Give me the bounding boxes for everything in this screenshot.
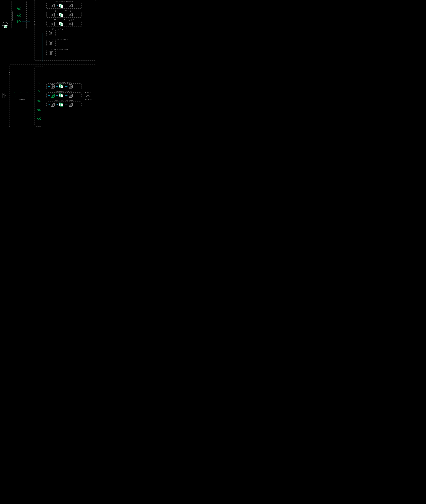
qvd-label: QVD	[61, 86, 63, 87]
cloud-asset: QlikView App CRM project2	[46, 38, 73, 46]
asset-title: Qlik Sense Asset RH project2	[46, 1, 82, 2]
qvd-label: QVD	[61, 6, 63, 7]
diagram-stage: Cloud Sources Qlik Cloud Qlik Sense Asse…	[0, 0, 98, 129]
onprem-asset: QlikView Asset Finance project1 QV QVD	[46, 100, 82, 107]
cloud-sources-label: Cloud Sources	[11, 11, 13, 21]
qvd-label: QVD	[61, 95, 63, 96]
sources-label: Sources	[34, 125, 43, 127]
asset-box: QV QVD	[46, 3, 82, 8]
cloud-asset: Qlik Sense Asset CRM project1 QV QVD	[46, 10, 82, 18]
cloud-db-white-icon	[4, 25, 7, 28]
qv-label: QV	[59, 22, 61, 23]
on-premise-label: On-Premise	[9, 68, 11, 75]
asset-box: QV QVD	[46, 83, 82, 89]
qlikview-label: QlikView	[14, 98, 31, 100]
qv-label: QV	[59, 85, 61, 86]
cloud-asset: QlikView App Finance project1	[46, 48, 73, 56]
onprem-asset: QlikView Asset CRM project2 QV QVD	[46, 91, 82, 98]
asset-box: QV QVD	[46, 21, 82, 27]
cloud-asset: Qlik Sense Asset RH project2 QV QVD	[46, 1, 82, 8]
asset-box	[46, 30, 56, 36]
distribution-icon	[85, 92, 91, 98]
cloud-db-icon	[16, 13, 21, 17]
qvd-label: QVD	[61, 15, 63, 16]
server-icon	[26, 92, 31, 97]
cloud-asset: Qlik Sense Asset Finance project2 QV QVD	[46, 19, 82, 27]
server-icon	[20, 92, 25, 97]
asset-box: QV QVD	[46, 92, 82, 98]
onprem-db-icon	[36, 98, 42, 102]
qlik-cloud-label: Qlik Cloud	[34, 19, 36, 25]
onprem-db-icon	[36, 107, 42, 111]
asset-title: QlikView Asset Finance project1	[46, 100, 82, 101]
cloud-asset: QlikView App RH project1	[46, 28, 73, 36]
asset-title: QlikView App RH project1	[46, 28, 73, 30]
distribution-label: Distribution	[84, 98, 92, 100]
onprem-db-icon	[36, 70, 42, 75]
onprem-db-icon	[36, 80, 42, 84]
asset-box: QV QVD	[46, 102, 82, 107]
asset-box	[46, 40, 56, 46]
qv-label: QV	[59, 4, 61, 5]
asset-box: QV QVD	[46, 12, 82, 18]
asset-title: QlikView Asset RH project1	[46, 82, 82, 83]
qvd-label: QVD	[61, 105, 63, 105]
server-icon	[14, 92, 19, 97]
asset-title: Qlik Sense Asset CRM project1	[46, 10, 82, 12]
asset-title: QlikView Asset CRM project2	[46, 91, 82, 92]
asset-title: QlikView App CRM project2	[46, 38, 73, 40]
onprem-db-icon	[36, 88, 42, 92]
asset-title: Qlik Sense Asset Finance project2	[46, 19, 82, 21]
asset-box	[46, 50, 56, 56]
qv-label: QV	[59, 13, 61, 14]
cloud-db-icon	[16, 19, 21, 24]
onprem-asset: QlikView Asset RH project1 QV QVD	[46, 82, 82, 89]
asset-title: QlikView App Finance project1	[46, 48, 73, 50]
building-icon	[2, 93, 8, 98]
onprem-db-icon	[36, 116, 42, 120]
qv-label: QV	[59, 94, 61, 95]
cloud-db-icon	[16, 6, 21, 10]
qv-label: QV	[59, 103, 61, 104]
qvd-label: QVD	[61, 24, 63, 25]
